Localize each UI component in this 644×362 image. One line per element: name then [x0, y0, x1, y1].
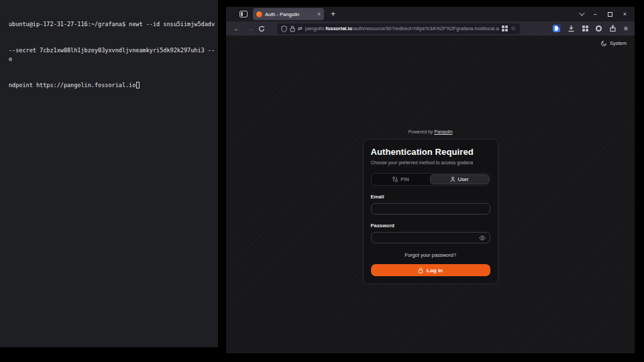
show-password-eye-icon[interactable]	[479, 235, 486, 241]
permissions-icon[interactable]: ⇄	[298, 25, 303, 32]
card-title: Authentication Required	[371, 147, 490, 157]
record-extension-icon[interactable]	[596, 25, 602, 32]
share-icon[interactable]	[609, 25, 616, 32]
auth-page: System Powered by Pangolin Authenticatio…	[226, 36, 635, 353]
https-lock-icon[interactable]	[290, 25, 295, 32]
user-icon	[450, 176, 455, 182]
close-window-button[interactable]: ×	[623, 11, 627, 17]
menu-hamburger-icon[interactable]: ≡	[624, 25, 628, 32]
auth-method-tabs: PIN User	[371, 173, 490, 186]
tab-pin[interactable]: PIN	[372, 174, 430, 184]
auth-card: Authentication Required Choose your pref…	[363, 139, 498, 284]
login-lock-icon	[418, 267, 423, 274]
new-tab-button[interactable]: +	[331, 9, 335, 19]
theme-toggle[interactable]: System	[601, 40, 627, 46]
forward-button[interactable]: →	[245, 25, 256, 32]
password-input[interactable]	[371, 232, 490, 243]
back-button[interactable]: ←	[231, 25, 242, 32]
terminal-window[interactable]: ubuntu@ip-172-31-27-116:~/grafana$ newt …	[0, 0, 218, 347]
tracking-shield-icon[interactable]	[281, 25, 287, 32]
browser-toolbar: ← → ⇄ pangolin.fossorial.io/auth/resourc…	[226, 21, 635, 36]
list-all-tabs-icon[interactable]	[579, 10, 584, 15]
tab-user-label: User	[458, 176, 469, 182]
pangolin-link[interactable]: Pangolin	[434, 129, 452, 134]
tab-pin-label: PIN	[400, 176, 409, 182]
forgot-password-link[interactable]: Forgot your password?	[371, 252, 490, 258]
browser-window: Auth - Pangolin × + – × ← → ⇄ pangolin.f…	[226, 7, 635, 353]
pangolin-favicon	[256, 11, 262, 17]
browser-tab-bar: Auth - Pangolin × + – ×	[226, 7, 635, 21]
email-input[interactable]	[371, 203, 490, 215]
card-subtitle: Choose your preferred method to access g…	[371, 160, 490, 165]
moon-icon	[601, 40, 607, 46]
tab-auth-pangolin[interactable]: Auth - Pangolin ×	[253, 8, 324, 20]
extension-icon[interactable]	[553, 25, 560, 32]
terminal-cursor	[136, 82, 140, 88]
terminal-line: ubuntu@ip-172-31-27-116:~/grafana$ newt …	[9, 20, 218, 29]
powered-by: Powered by Pangolin	[408, 129, 452, 134]
tab-close-icon[interactable]: ×	[317, 11, 321, 17]
maximize-button[interactable]	[608, 12, 612, 17]
url-bar[interactable]: ⇄ pangolin.fossorial.io/auth/resource/90…	[277, 23, 520, 34]
email-label: Email	[371, 194, 490, 200]
tab-user[interactable]: User	[430, 174, 489, 184]
pin-keypad-icon	[392, 176, 398, 182]
login-button[interactable]: Log in	[371, 264, 490, 276]
terminal-line: --secret 7cbz1xw08lh1jbzey03yxvndljvneam…	[9, 46, 218, 64]
bookmark-star-icon[interactable]: ☆	[511, 25, 516, 32]
password-label: Password	[371, 223, 490, 229]
extensions-grid-icon[interactable]	[582, 25, 588, 32]
login-button-label: Log in	[427, 267, 443, 274]
theme-toggle-label: System	[610, 40, 627, 46]
minimize-button[interactable]: –	[594, 11, 597, 17]
tab-title: Auth - Pangolin	[265, 11, 315, 17]
firefox-view-icon[interactable]	[239, 11, 248, 17]
terminal-line: ndpoint https://pangolin.fossorial.io	[9, 81, 218, 90]
url-text: pangolin.fossorial.io/auth/resource/90?r…	[305, 25, 499, 32]
downloads-icon[interactable]	[568, 25, 575, 32]
container-grid-icon[interactable]	[502, 25, 508, 32]
reload-button[interactable]	[258, 25, 269, 32]
